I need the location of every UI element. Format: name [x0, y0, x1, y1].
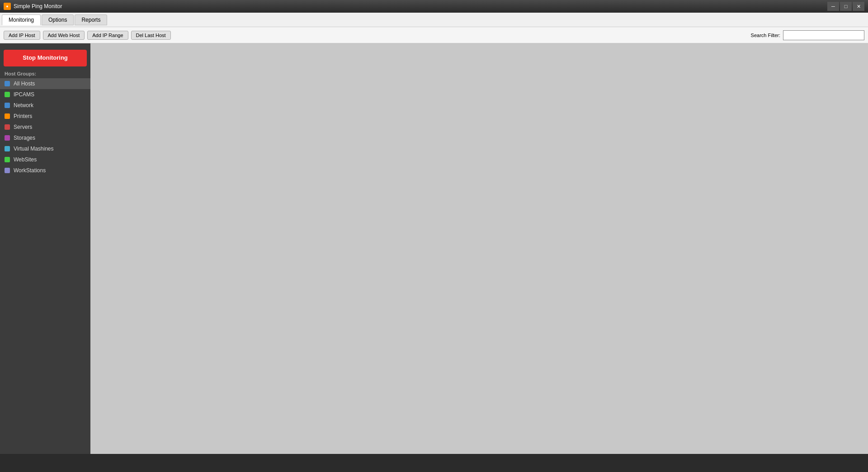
servers-dot: [5, 124, 10, 130]
sidebar-item-label: Servers: [14, 124, 32, 130]
sidebar-item-servers[interactable]: Servers: [0, 122, 90, 132]
search-area: Search Filter:: [751, 30, 864, 40]
sidebar-item-label: Storages: [14, 135, 35, 141]
window-controls: ─ □ ✕: [827, 2, 864, 11]
sidebar-item-label: WebSites: [14, 156, 37, 163]
sidebar-item-ipcams[interactable]: IPCAMS: [0, 89, 90, 100]
maximize-button[interactable]: □: [840, 2, 852, 11]
printers-dot: [5, 113, 10, 119]
tab-reports[interactable]: Reports: [75, 14, 107, 25]
search-input[interactable]: [783, 30, 864, 40]
minimize-button[interactable]: ─: [827, 2, 839, 11]
sidebar-item-label: All Hosts: [14, 80, 35, 87]
network-dot: [5, 103, 10, 108]
content-area: [90, 43, 868, 454]
sidebar-item-storages[interactable]: Storages: [0, 132, 90, 143]
sidebar-item-all-hosts[interactable]: All Hosts: [0, 78, 90, 89]
app-title: Simple Ping Monitor: [14, 3, 827, 9]
sidebar-item-network[interactable]: Network: [0, 100, 90, 111]
sidebar-item-label: Network: [14, 102, 33, 109]
storages-dot: [5, 135, 10, 141]
workstations-dot: [5, 168, 10, 173]
add-web-host-button[interactable]: Add Web Host: [43, 31, 85, 40]
all-hosts-dot: [5, 81, 10, 86]
toolbar: Add IP Host Add Web Host Add IP Range De…: [0, 27, 868, 43]
sidebar-item-virtual-mashines[interactable]: Virtual Mashines: [0, 143, 90, 154]
add-ip-host-button[interactable]: Add IP Host: [4, 31, 40, 40]
websites-dot: [5, 157, 10, 162]
sidebar: Stop Monitoring Host Groups: All Hosts I…: [0, 43, 90, 454]
add-ip-range-button[interactable]: Add IP Range: [87, 31, 128, 40]
sidebar-item-label: Virtual Mashines: [14, 146, 54, 152]
sidebar-item-printers[interactable]: Printers: [0, 111, 90, 122]
tab-options[interactable]: Options: [42, 14, 74, 25]
main-layout: Stop Monitoring Host Groups: All Hosts I…: [0, 43, 868, 454]
stop-monitoring-button[interactable]: Stop Monitoring: [4, 50, 87, 66]
sidebar-item-label: WorkStations: [14, 167, 46, 174]
sidebar-item-label: IPCAMS: [14, 91, 34, 98]
sidebar-item-label: Printers: [14, 113, 32, 119]
tab-monitoring[interactable]: Monitoring: [2, 14, 41, 25]
sidebar-item-websites[interactable]: WebSites: [0, 154, 90, 165]
sidebar-item-workstations[interactable]: WorkStations: [0, 165, 90, 176]
search-label: Search Filter:: [751, 33, 780, 38]
title-bar: ● Simple Ping Monitor ─ □ ✕: [0, 0, 868, 13]
virtual-mashines-dot: [5, 146, 10, 151]
ipcams-dot: [5, 92, 10, 97]
del-last-host-button[interactable]: Del Last Host: [131, 31, 171, 40]
close-button[interactable]: ✕: [853, 2, 864, 11]
app-icon: ●: [4, 3, 11, 10]
menu-bar: Monitoring Options Reports: [0, 13, 868, 27]
host-groups-label: Host Groups:: [0, 69, 90, 78]
